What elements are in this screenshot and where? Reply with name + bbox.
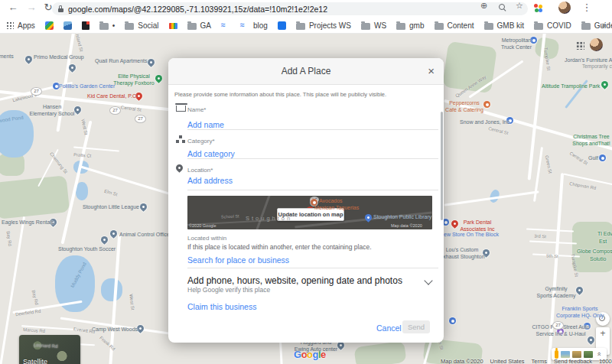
bookmark-item[interactable] [45, 21, 54, 30]
map-pin[interactable] [599, 154, 606, 161]
doc-black-icon [82, 21, 90, 30]
map-poi-label[interactable]: Globe Composit [577, 248, 612, 255]
profile-avatar[interactable] [558, 2, 571, 14]
map-poi-label[interactable]: Camp West Woods [92, 326, 138, 333]
map-poi-label[interactable]: Solutio [590, 255, 606, 262]
bookmark-item[interactable]: Guides [581, 21, 612, 30]
map-poi-label[interactable]: Quail Run Apartments [95, 57, 147, 64]
map-poi-label[interactable]: Stoughton Little League [83, 203, 139, 210]
map-poi-label[interactable]: HansenElementary School [29, 103, 75, 117]
maps-profile-avatar[interactable] [590, 38, 603, 51]
send-button[interactable]: Send [402, 320, 430, 333]
map-poi-label[interactable]: Kid Care Dental, P.C [87, 93, 136, 99]
bookmark-item[interactable]: ≈ [221, 21, 230, 29]
map-pin[interactable] [154, 73, 164, 83]
pegman-icon[interactable] [555, 350, 558, 359]
category-field[interactable]: Add category [187, 149, 235, 158]
map-poi-label[interactable]: Jordan's Furniture A [565, 57, 612, 63]
bookmark-item[interactable]: Social [125, 21, 158, 30]
map-poi-label[interactable]: Est [599, 238, 607, 245]
bookmark-item[interactable]: GA [187, 21, 211, 30]
road-label: Elm St [104, 189, 119, 197]
bookmark-item[interactable]: COVID [534, 21, 571, 30]
poi-pin [363, 213, 373, 223]
route-shield: 27 [552, 321, 564, 330]
map-poi-label[interactable]: Eagles Wings Rentals [2, 219, 54, 226]
map-poi-label[interactable]: GymfinitySports Academy [536, 285, 577, 299]
satellite-toggle[interactable]: Satellite [19, 335, 80, 364]
map-poi-label[interactable]: Primo Medical Group [34, 54, 84, 60]
location-pin-icon [174, 163, 184, 173]
name-field[interactable]: Add name [187, 120, 224, 129]
bookmark-item[interactable]: gmb [396, 21, 424, 30]
road-label: West St [129, 294, 135, 310]
map-pin[interactable] [600, 80, 610, 89]
bookmark-item[interactable]: Apps [6, 21, 35, 30]
bookmark-item[interactable]: ≈blog [240, 21, 268, 30]
zoom-in-button[interactable]: + [596, 327, 610, 340]
attribution-item[interactable]: United States [490, 358, 525, 364]
extensions-icon[interactable] [534, 4, 543, 13]
expander-title[interactable]: Add phone, hours, website, opening date … [187, 275, 402, 286]
claim-business-link[interactable]: Claim this business [187, 302, 256, 311]
bookmarks-overflow-icon[interactable]: » [601, 20, 606, 29]
attribution-item[interactable]: Map data ©2020 [441, 358, 483, 364]
cancel-button[interactable]: Cancel [376, 323, 402, 333]
bookmark-item[interactable] [82, 21, 90, 30]
back-button[interactable]: ← [6, 2, 20, 13]
map-poi-label[interactable]: Polillio's Garden Center [59, 83, 115, 89]
attribution-item[interactable]: Send feedback [554, 358, 592, 364]
map-poi-label[interactable]: Apartments [0, 53, 14, 60]
imagery-thumbnail[interactable] [572, 351, 581, 358]
map-pin[interactable] [138, 202, 148, 212]
folder-icon [396, 23, 405, 30]
map-poi-label[interactable]: Christmas TreeShops andThat! [569, 133, 612, 147]
imagery-thumbnail[interactable] [561, 351, 570, 358]
forward-button[interactable]: → [24, 2, 38, 13]
bookmark-item[interactable] [169, 22, 177, 29]
map-poi-label[interactable]: Tl Edv [597, 230, 612, 237]
dialog-scrollbar[interactable] [441, 112, 443, 220]
bookmark-item[interactable]: WS [361, 21, 386, 30]
map-pin[interactable] [24, 54, 34, 64]
attribution-item[interactable]: Terms [532, 358, 547, 364]
url-bar[interactable]: google.com/maps/@42.1229085,-71.1039921,… [52, 2, 528, 15]
bookmark-item[interactable] [63, 21, 72, 30]
map-pin[interactable] [449, 317, 456, 324]
bookmark-label: Projects WS [309, 21, 351, 30]
map-poi-label[interactable]: Gulf [588, 154, 598, 161]
google-apps-grid-icon[interactable] [576, 41, 584, 50]
map-poi-label[interactable]: Animal Control Office... [119, 231, 174, 238]
map-poi-label[interactable]: New Store On The Block [440, 231, 499, 238]
search-place-link[interactable]: Search for place or business [187, 255, 289, 265]
collapse-icon[interactable]: » [595, 352, 603, 356]
map-pin[interactable] [99, 235, 109, 245]
map-poi-label[interactable]: PeppercornsCafé & Catering [445, 99, 483, 113]
map-pin[interactable] [483, 101, 490, 108]
attribution[interactable]: Map data ©2020United StatesTermsSend fee… [441, 358, 612, 364]
zoom-search-icon[interactable] [499, 4, 505, 10]
dialog-description: Please provide some information about th… [174, 91, 386, 98]
bookmark-item[interactable]: • [99, 21, 116, 30]
map-poi-label[interactable]: Elite PhysicalTherapy Foxboro [113, 73, 155, 86]
map-poi-label[interactable]: Stoughton Youth Soccer [58, 245, 116, 252]
map-pin[interactable] [146, 57, 156, 67]
bookmark-item[interactable]: Projects WS [296, 21, 351, 30]
road-label: Central St [488, 126, 509, 135]
bookmark-item[interactable]: Content [435, 21, 474, 30]
chevron-down-icon[interactable] [424, 276, 432, 284]
map-poi-label[interactable]: Franklin SportsCorporate HQ- Only [556, 305, 604, 319]
map-poi-label[interactable]: MetropolitanTruck Center [499, 37, 534, 50]
imagery-thumbnail[interactable] [584, 351, 593, 358]
bookmark-item[interactable]: GMB kit [484, 21, 525, 30]
located-within-text: If this place is located within another,… [187, 243, 372, 251]
plus-circle-icon[interactable]: ⊕ [480, 1, 487, 11]
bookmark-item[interactable] [278, 21, 286, 30]
location-field[interactable]: Add address [187, 176, 233, 185]
close-icon[interactable]: × [428, 64, 435, 78]
map-poi-label[interactable]: Snow and Jones, Inc [460, 119, 509, 125]
star-icon[interactable]: ☆ [516, 1, 523, 11]
menu-icon[interactable]: ⋮ [580, 2, 594, 13]
attribution-item[interactable]: 1000 ft [599, 358, 612, 364]
map-poi-label[interactable]: Altitude Trampoline Park [542, 83, 600, 89]
